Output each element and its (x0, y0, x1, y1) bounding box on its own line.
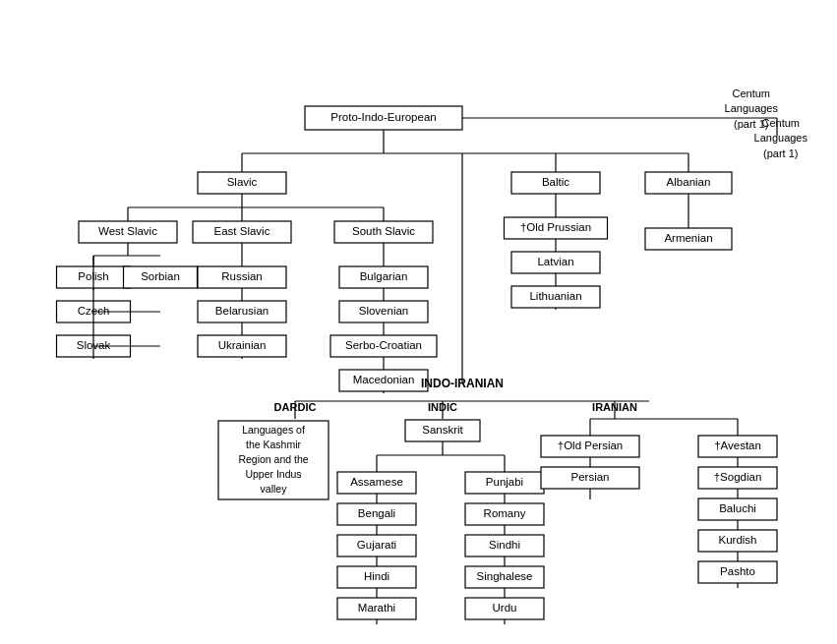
svg-text:Sindhi: Sindhi (489, 539, 520, 551)
svg-text:Punjabi: Punjabi (486, 476, 523, 488)
svg-text:Upper Indus: Upper Indus (245, 468, 301, 480)
svg-text:Urdu: Urdu (493, 602, 517, 614)
svg-text:Baluchi: Baluchi (719, 502, 756, 514)
svg-text:South Slavic: South Slavic (352, 225, 415, 237)
svg-text:Singhalese: Singhalese (477, 570, 533, 582)
svg-text:Lithuanian: Lithuanian (529, 290, 581, 302)
svg-text:Ukrainian: Ukrainian (218, 339, 267, 351)
svg-text:Macedonian: Macedonian (353, 374, 415, 385)
svg-text:Sanskrit: Sanskrit (422, 424, 463, 436)
svg-text:†Avestan: †Avestan (714, 439, 761, 451)
svg-text:West Slavic: West Slavic (98, 225, 157, 237)
svg-text:the Kashmir: the Kashmir (246, 439, 302, 450)
svg-text:Pashto: Pashto (720, 565, 755, 577)
svg-text:Latvian: Latvian (537, 256, 573, 267)
svg-text:Sorbian: Sorbian (141, 270, 180, 282)
svg-text:Romany: Romany (484, 507, 526, 519)
svg-text:Serbo-Croatian: Serbo-Croatian (345, 339, 422, 351)
svg-text:Hindi: Hindi (364, 570, 389, 582)
svg-text:Region and the: Region and the (238, 453, 308, 465)
svg-text:Gujarati: Gujarati (357, 539, 396, 551)
page-title (0, 0, 837, 18)
svg-text:Proto-Indo-European: Proto-Indo-European (330, 111, 436, 123)
svg-text:†Sogdian: †Sogdian (714, 471, 762, 483)
svg-text:Marathi: Marathi (358, 602, 395, 614)
svg-text:Slovenian: Slovenian (359, 305, 409, 317)
svg-text:Albanian: Albanian (667, 176, 711, 188)
svg-text:Kurdish: Kurdish (719, 534, 757, 546)
page: CentumLanguages(part 1) Proto-Indo-Europ… (0, 0, 837, 644)
svg-text:Baltic: Baltic (542, 176, 569, 188)
svg-text:Persian: Persian (571, 471, 610, 483)
svg-text:†Old Persian: †Old Persian (558, 439, 623, 451)
svg-text:Belarusian: Belarusian (215, 305, 269, 317)
language-tree: Proto-Indo-EuropeanSlavicWest SlavicEast… (0, 54, 837, 624)
svg-text:DARDIC: DARDIC (274, 401, 317, 413)
centum-note: CentumLanguages(part 1) (754, 116, 807, 161)
svg-text:Armenian: Armenian (664, 232, 712, 244)
svg-text:†Old Prussian: †Old Prussian (520, 221, 591, 233)
svg-text:valley: valley (261, 483, 288, 495)
svg-text:Russian: Russian (221, 270, 263, 282)
svg-text:Slavic: Slavic (227, 176, 258, 188)
svg-text:INDO-IRANIAN: INDO-IRANIAN (421, 377, 504, 390)
svg-text:East Slavic: East Slavic (214, 225, 270, 237)
svg-text:Languages of: Languages of (242, 424, 305, 436)
svg-text:Bulgarian: Bulgarian (360, 270, 408, 282)
svg-text:Bengali: Bengali (358, 507, 395, 519)
svg-text:Assamese: Assamese (350, 476, 403, 488)
